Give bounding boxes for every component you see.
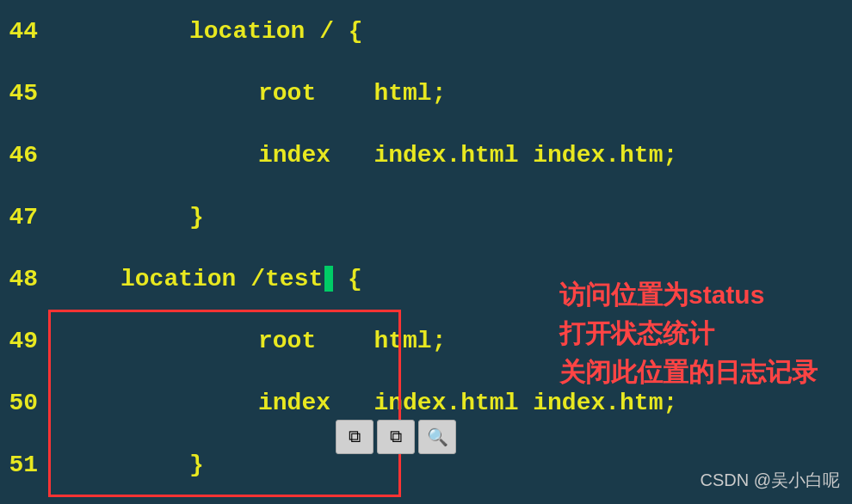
code-line-52: 52 [0,495,852,504]
code-editor: 44 location / { 45 root html; 46 index i… [0,0,852,504]
annotation-box: 访问位置为status 打开状态统计 关闭此位置的日志记录 [559,275,818,391]
annotation-line3: 关闭此位置的日志记录 [559,353,818,391]
line-content-47: } [52,204,204,230]
watermark: CSDN @吴小白呢 [700,469,840,492]
line-number-51: 51 [0,452,52,478]
line-number-44: 44 [0,18,52,45]
copy2-icon: ⧉ [390,427,402,447]
search-button[interactable]: 🔍 [418,420,456,454]
toolbar: ⧉ ⧉ 🔍 [336,420,456,454]
line-number-49: 49 [0,328,52,354]
copy-button-1[interactable]: ⧉ [336,420,374,454]
code-line-46: 46 index index.html index.htm; [0,124,852,186]
line-content-45: root html; [52,80,446,107]
code-line-45: 45 root html; [0,62,852,124]
search-icon: 🔍 [427,427,448,448]
line-number-45: 45 [0,80,52,107]
line-content-48: location /test { [52,266,362,292]
line-number-50: 50 [0,390,52,416]
line-content-49: root html; [52,328,446,354]
code-line-47: 47 } [0,186,852,248]
annotation-line1: 访问位置为status [559,275,818,314]
code-line-44: 44 location / { [0,0,852,62]
line-content-44: location / { [52,18,363,45]
line-number-46: 46 [0,142,52,169]
line-content-51: } [52,452,204,478]
annotation-line2: 打开状态统计 [559,314,818,353]
line-content-46: index index.html index.htm; [52,142,677,169]
cursor-green [324,266,333,292]
copy-button-2[interactable]: ⧉ [377,420,415,454]
line-number-48: 48 [0,266,52,292]
copy1-icon: ⧉ [349,427,361,447]
line-content-50: index index.html index.htm; [52,390,677,416]
line-number-47: 47 [0,204,52,230]
